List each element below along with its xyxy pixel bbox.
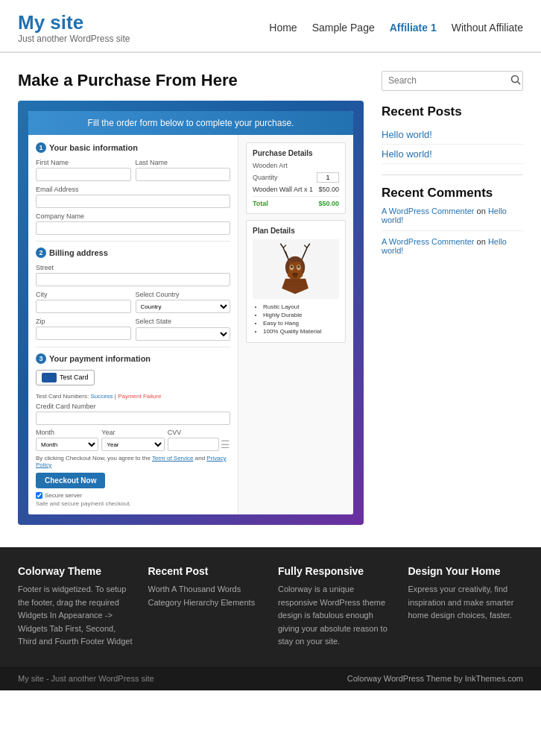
footer-col-1: Colorway Theme Footer is widgetized. To … [18, 565, 133, 649]
footer-link-2[interactable]: Worth A Thousand Words Category Hierarch… [148, 585, 256, 607]
last-name-input[interactable] [136, 168, 231, 181]
item-price: $50.00 [318, 186, 339, 193]
month-select[interactable]: Month [36, 438, 98, 451]
search-box [382, 71, 523, 91]
nav-sample[interactable]: Sample Page [312, 22, 375, 34]
nav-without-affiliate[interactable]: Without Affiliate [452, 22, 523, 34]
plan-details-box: Plan Details [246, 220, 346, 343]
footer-col-3: Fully Responsive Colorway is a unique re… [278, 565, 393, 649]
form-right: Purchase Details Wooden Art Quantity Woo… [238, 135, 353, 515]
city-label: City [36, 291, 131, 298]
street-input[interactable] [36, 273, 230, 286]
state-select[interactable] [136, 327, 231, 341]
state-group: Select State [136, 318, 231, 341]
quantity-input[interactable] [317, 172, 339, 183]
comment-on-2: on [477, 237, 488, 246]
success-link[interactable]: Success [90, 393, 113, 400]
year-select[interactable]: Year [101, 438, 164, 451]
cc-input[interactable] [36, 412, 230, 425]
site-title: My site [18, 12, 130, 34]
section3-num: 3 [36, 353, 46, 364]
failure-link[interactable]: Payment Failure [118, 393, 161, 400]
city-country-row: City Select Country Country [36, 291, 230, 314]
city-input[interactable] [36, 300, 131, 313]
total-label: Total [253, 200, 268, 207]
item-price-row: Wooden Wall Art x 1 $50.00 [253, 186, 339, 193]
cc-number-group: Credit Card Number [36, 403, 230, 425]
checkout-button[interactable]: Checkout Now [36, 473, 105, 488]
footer-title-1: Colorway Theme [18, 565, 133, 577]
company-input[interactable] [36, 221, 230, 235]
payment-section: Test Card Test Card Numbers: Success | P… [36, 370, 230, 508]
post-link-1[interactable]: Hello world! [382, 125, 523, 145]
total-row: Total $50.00 [253, 196, 339, 207]
feature-2: Highly Durable [263, 312, 339, 318]
item-label: Wooden Wall Art x 1 [253, 186, 313, 193]
company-group: Company Name [36, 212, 230, 235]
site-header: My site Just another WordPress site Home… [0, 0, 541, 52]
last-name-group: Last Name [136, 159, 231, 181]
feature-3: Easy to Hang [263, 320, 339, 327]
order-form-inner: Fill the order form below to complete yo… [28, 111, 353, 515]
section-divider1 [36, 241, 230, 242]
secure-checkbox[interactable] [36, 492, 42, 499]
cvv-input[interactable] [168, 438, 219, 451]
first-name-group: First Name [36, 159, 131, 181]
main-nav: Home Sample Page Affiliate 1 Without Aff… [269, 22, 523, 34]
street-group: Street [36, 264, 230, 286]
commenter-1[interactable]: A WordPress Commenter [382, 207, 475, 215]
commenter-2[interactable]: A WordPress Commenter [382, 237, 475, 246]
first-name-input[interactable] [36, 168, 131, 181]
post-link-2[interactable]: Hello world! [382, 145, 523, 164]
purchase-details-box: Purchase Details Wooden Art Quantity Woo… [246, 142, 346, 214]
email-group: Email Address [36, 186, 230, 208]
product-label: Wooden Art [253, 162, 288, 169]
year-group: Year Year [101, 429, 164, 452]
comment-on-1: on [477, 207, 488, 215]
page-heading: Make a Purchase From Here [18, 71, 364, 90]
feature-4: 100% Quality Material [263, 328, 339, 335]
cvv-group: CVV ☰ [168, 429, 230, 452]
footer-text-1: Footer is widgetized. To setup the foote… [18, 583, 133, 649]
cvv-row: Month Month Year Year [36, 429, 230, 452]
city-group: City [36, 291, 131, 314]
month-label: Month [36, 429, 98, 436]
cc-label: Credit Card Number [36, 403, 230, 410]
section1-label: Your basic information [49, 143, 138, 152]
footer-title-3: Fully Responsive [278, 565, 393, 577]
secure-check: Secure server [36, 492, 230, 499]
email-input[interactable] [36, 195, 230, 208]
plan-features: Rustic Layout Highly Durable Easy to Han… [253, 303, 339, 335]
footer-bottom-right[interactable]: Colorway WordPress Theme by InkThemes.co… [347, 674, 523, 683]
first-name-label: First Name [36, 159, 131, 166]
search-input[interactable] [382, 72, 506, 89]
nav-home[interactable]: Home [269, 22, 297, 34]
credit-card-icon [42, 373, 57, 382]
form-left: 1 Your basic information First Name Last… [28, 135, 238, 515]
test-card-links: Test Card Numbers: Success | Payment Fai… [36, 393, 230, 400]
footer-bottom: My site - Just another WordPress site Co… [0, 667, 541, 690]
comment-1: A WordPress Commenter on Hello world! [382, 207, 523, 231]
cvv-icon: ☰ [221, 438, 230, 450]
street-label: Street [36, 264, 230, 271]
test-card-button[interactable]: Test Card [36, 370, 95, 385]
nav-affiliate1[interactable]: Affiliate 1 [390, 22, 437, 34]
section3-title: 3 Your payment information [36, 353, 230, 364]
svg-point-10 [512, 75, 519, 82]
cvv-label: CVV [168, 429, 230, 436]
section-divider2 [36, 347, 230, 347]
secure-note: Safe and secure payment checkout. [36, 500, 230, 507]
deer-illustration [273, 241, 318, 297]
plan-title: Plan Details [253, 227, 339, 235]
total-value: $50.00 [318, 200, 339, 207]
agree-prefix: By clicking Checkout Now, you agree to t… [36, 455, 151, 462]
svg-point-5 [297, 265, 300, 268]
country-select[interactable]: Country [136, 300, 231, 313]
zip-input[interactable] [36, 327, 131, 340]
test-card-numbers-label: Test Card Numbers: [36, 393, 89, 400]
secure-label: Secure server [45, 492, 82, 499]
test-card-label: Test Card [60, 374, 89, 381]
search-button[interactable] [506, 72, 523, 90]
terms-link[interactable]: Term of Service [152, 455, 194, 462]
recent-comments-title: Recent Comments [382, 186, 523, 201]
